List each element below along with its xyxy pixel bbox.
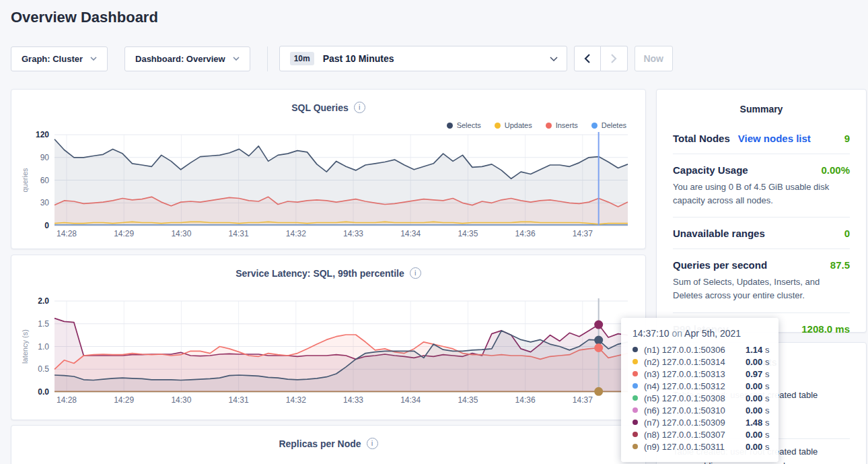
view-nodes-list-link[interactable]: View nodes list [738,133,811,144]
service-latency-chart[interactable]: 14:2814:2914:3014:3114:3214:3314:3414:35… [11,295,647,411]
svg-text:14:36: 14:36 [515,229,536,238]
svg-text:14:35: 14:35 [458,395,478,405]
svg-text:14:34: 14:34 [400,395,421,405]
summary-row-unavailable-ranges: Unavailable ranges 0 [673,218,850,249]
page-title: Overview Dashboard [11,9,158,26]
legend-dot [495,123,501,129]
svg-text:queries: queries [21,168,29,193]
tooltip-node-row: (n7) 127.0.0.1:503091.48 s [632,416,770,428]
qps-value: 87.5 [830,259,850,271]
svg-text:latency (s): latency (s) [21,329,29,364]
time-prev-button[interactable] [574,46,601,71]
svg-text:14:37: 14:37 [573,395,593,405]
legend-dot [591,123,598,129]
info-icon[interactable]: i [410,267,421,279]
svg-text:14:30: 14:30 [171,229,191,238]
svg-text:14:32: 14:32 [286,395,306,405]
p99-latency-value: 1208.0 ms [801,323,850,335]
node-latency-value: 0.97 s [746,369,769,379]
svg-text:0: 0 [44,221,49,230]
svg-text:14:35: 14:35 [458,229,478,238]
legend-dot [447,123,453,129]
chevron-down-icon [233,57,240,61]
replicas-per-node-panel: Replicas per Node i [11,425,646,464]
svg-text:14:29: 14:29 [114,229,134,238]
summary-row-qps: Queries per second 87.5 Sum of Selects, … [673,249,850,312]
graph-scope-dropdown[interactable]: Graph: Cluster [11,46,108,71]
svg-text:14:33: 14:33 [343,395,363,405]
node-latency-value: 1.14 s [746,345,769,355]
svg-text:14:33: 14:33 [343,229,363,238]
summary-rows: Total Nodes View nodes list 9 Capacity U… [673,123,850,344]
sql-queries-chart[interactable]: 14:2814:2914:3014:3114:3214:3314:3414:35… [11,129,647,244]
svg-text:14:29: 14:29 [114,395,134,405]
node-latency-value: 0.00 s [746,430,769,440]
summary-title: Summary [657,90,866,114]
now-button[interactable]: Now [635,46,673,71]
svg-text:0.5: 0.5 [38,364,49,374]
service-latency-panel: Service Latency: SQL, 99th percentile i … [11,255,646,420]
controls-divider [267,46,268,71]
node-latency-value: 0.00 s [746,405,769,416]
node-latency-value: 1.48 s [746,418,769,428]
legend-dot [546,123,552,129]
service-latency-title: Service Latency: SQL, 99th percentile i [11,255,645,279]
tooltip-timestamp: 14:37:10 on Apr 5th, 2021 [632,328,770,339]
node-color-dot [632,395,638,401]
tooltip-node-row: (n3) 127.0.0.1:503130.97 s [632,368,770,380]
tooltip-node-row: (n1) 127.0.0.1:503061.14 s [632,343,770,356]
time-range-badge: 10m [290,52,314,65]
dashboard-select-dropdown[interactable]: Dashboard: Overview [124,46,250,71]
tooltip-node-row: (n4) 127.0.0.1:503120.00 s [632,380,770,392]
capacity-usage-value: 0.00% [821,164,850,176]
svg-text:14:31: 14:31 [229,395,249,405]
svg-text:120: 120 [36,130,49,139]
sql-queries-panel: SQL Queries i SelectsUpdatesInsertsDelet… [11,89,646,249]
graph-scope-label: Graph: Cluster [22,54,83,64]
node-color-dot [632,347,638,352]
node-color-dot [632,359,638,364]
svg-text:14:37: 14:37 [573,229,593,238]
node-color-dot [632,383,638,389]
tooltip-node-row: (n5) 127.0.0.1:503080.00 s [632,392,770,404]
chart-hover-tooltip: 14:37:10 on Apr 5th, 2021 (n1) 127.0.0.1… [621,318,779,462]
dashboard-select-label: Dashboard: Overview [135,54,225,64]
replicas-per-node-title: Replicas per Node i [11,426,645,449]
tooltip-node-row: (n6) 127.0.0.1:503100.00 s [632,404,770,416]
tooltip-node-row: (n9) 127.0.0.1:503110.00 s [632,440,770,453]
chevron-down-icon [550,57,556,61]
svg-text:14:32: 14:32 [286,229,306,238]
dashboard-controls: Graph: Cluster Dashboard: Overview 10m P… [11,46,673,71]
total-nodes-value: 9 [844,133,850,144]
time-next-button[interactable] [601,46,628,71]
info-icon[interactable]: i [354,102,365,113]
node-address: (n8) 127.0.0.1:50307 [644,430,746,440]
node-address: (n4) 127.0.0.1:50312 [644,381,746,391]
node-color-dot [632,371,638,376]
node-address: (n7) 127.0.0.1:50309 [644,418,746,428]
svg-text:60: 60 [40,176,50,185]
info-icon[interactable]: i [367,438,378,449]
svg-text:14:30: 14:30 [171,395,191,405]
node-address: (n3) 127.0.0.1:50313 [644,369,746,379]
svg-text:90: 90 [40,153,50,162]
node-color-dot [632,432,638,437]
node-latency-value: 0.00 s [746,442,769,452]
time-range-dropdown[interactable]: 10m Past 10 Minutes [279,46,567,71]
tooltip-node-row: (n8) 127.0.0.1:503070.00 s [632,428,770,440]
qps-desc: Sum of Selects, Updates, Inserts, and De… [673,275,850,302]
svg-text:1.0: 1.0 [38,342,49,352]
svg-text:14:28: 14:28 [57,395,77,405]
svg-text:14:34: 14:34 [400,229,421,238]
node-color-dot [632,407,638,413]
node-color-dot [632,420,638,425]
node-latency-value: 0.00 s [746,381,769,391]
node-address: (n9) 127.0.0.1:50311 [644,442,746,452]
summary-row-total-nodes: Total Nodes View nodes list 9 [673,123,850,154]
node-color-dot [632,444,638,449]
tooltip-node-rows: (n1) 127.0.0.1:503061.14 s(n2) 127.0.0.1… [632,343,770,453]
unavailable-ranges-value: 0 [844,228,850,239]
svg-text:14:36: 14:36 [515,395,536,405]
summary-row-capacity-usage: Capacity Usage 0.00% You are using 0 B o… [673,154,850,218]
time-range-pager [574,46,628,71]
